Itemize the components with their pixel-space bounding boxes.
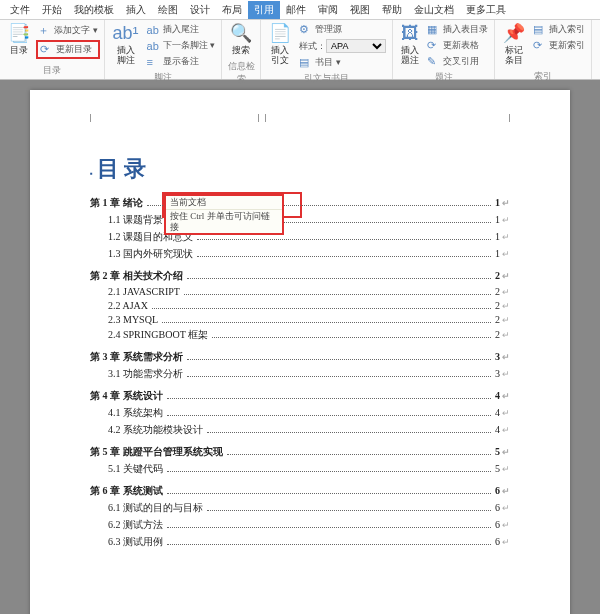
ribbon-group-6: 📋标记引文▦插入引文目录 (592, 20, 600, 79)
manage-sources-button[interactable]: ⚙管理源 (297, 22, 388, 37)
toc-entry-text: 2.4 SPRINGBOOT 框架 (108, 328, 208, 342)
tooltip-line-2: 按住 Ctrl 并单击可访问链接 (166, 210, 282, 234)
ribbon-big-6[interactable]: 📋标记引文 (596, 22, 600, 68)
toc-leader (152, 308, 491, 309)
toc-entry[interactable]: 第 2 章 相关技术介绍2↵ (90, 269, 510, 283)
toc-entry-text: 2.1 JAVASCRIPT (108, 286, 180, 297)
insert-index-button[interactable]: ▤插入索引 (531, 22, 587, 37)
menu-item-7[interactable]: 引用 (248, 1, 280, 19)
toc-entry[interactable]: 第 1 章 绪论1↵ (90, 196, 510, 210)
ribbon-group-label-6: 引文目录 (596, 68, 600, 83)
toc-entry[interactable]: 1.2 课题目的和意义1↵ (90, 230, 510, 244)
menu-item-9[interactable]: 审阅 (312, 1, 344, 19)
ribbon-big-icon-0: 📑 (8, 24, 30, 44)
paragraph-mark-icon: ↵ (502, 352, 510, 362)
paragraph-mark-icon: ↵ (502, 315, 510, 325)
toc-entry-page: 4 (495, 424, 500, 435)
toc-leader (167, 398, 492, 399)
ribbon-big-0[interactable]: 📑目录 (4, 22, 34, 62)
toc-entry-page: 1 (495, 248, 500, 259)
toc-entry[interactable]: 2.3 MYSQL2↵ (90, 314, 510, 325)
menu-item-6[interactable]: 布局 (216, 1, 248, 19)
paragraph-mark-icon: ↵ (502, 369, 510, 379)
toc-entry[interactable]: 2.4 SPRINGBOOT 框架2↵ (90, 328, 510, 342)
tooltip-line-1: 当前文档 (166, 196, 282, 210)
paragraph-mark-icon: ↵ (502, 232, 510, 242)
paragraph-mark-icon: ↵ (502, 503, 510, 513)
menu-item-2[interactable]: 我的模板 (68, 1, 120, 19)
menu-item-5[interactable]: 设计 (184, 1, 216, 19)
toc-leader (197, 239, 491, 240)
menu-item-1[interactable]: 开始 (36, 1, 68, 19)
cross-reference-button[interactable]: ✎交叉引用 (425, 54, 490, 69)
paragraph-mark-icon: ↵ (502, 301, 510, 311)
paragraph-mark-icon: ↵ (502, 330, 510, 340)
link-tooltip: 当前文档 按住 Ctrl 并单击可访问链接 (164, 194, 284, 235)
toc-entry-text: 6.3 测试用例 (108, 535, 163, 549)
bibliography-button[interactable]: ▤书目 ▾ (297, 55, 388, 70)
ribbon-group-5: 📌标记条目▤插入索引⟳更新索引索引 (495, 20, 592, 79)
toc-leader (187, 278, 492, 279)
show-notes-button[interactable]: ≡显示备注 (145, 54, 218, 69)
toc-entry[interactable]: 第 6 章 系统测试6↵ (90, 484, 510, 498)
toc-entry[interactable]: 第 5 章 跳蹬平台管理系统实现5↵ (90, 445, 510, 459)
toc-entry[interactable]: 第 3 章 系统需求分析3↵ (90, 350, 510, 364)
toc-entry-text: 2.3 MYSQL (108, 314, 158, 325)
toc-entry-page: 1 (495, 197, 500, 208)
toc-entry-text: 4.1 系统架构 (108, 406, 163, 420)
ribbon-group-0: 📑目录＋添加文字 ▾⟳更新目录目录 (0, 20, 105, 79)
update-table-button[interactable]: ⟳更新表格 (425, 38, 490, 53)
paragraph-mark-icon: ↵ (502, 447, 510, 457)
toc-entry[interactable]: 2.2 AJAX2↵ (90, 300, 510, 311)
ribbon-big-label-4: 插入题注 (401, 46, 419, 66)
add-text-button[interactable]: ＋添加文字 ▾ (36, 22, 100, 39)
next-footnote-button[interactable]: ab下一条脚注 ▾ (145, 38, 218, 53)
update-toc-button-icon: ⟳ (40, 43, 54, 56)
citation-style-select[interactable]: APA (326, 39, 386, 53)
document-canvas: ▪目 录 当前文档 按住 Ctrl 并单击可访问链接 第 1 章 绪论1↵1.1… (0, 80, 600, 614)
toc-entry[interactable]: 6.1 测试的目的与目标6↵ (90, 501, 510, 515)
menu-item-11[interactable]: 帮助 (376, 1, 408, 19)
ribbon-big-3[interactable]: 📄插入引文 (265, 22, 295, 70)
toc-leader (184, 294, 491, 295)
toc-entry[interactable]: 1.1 课题背景1↵ (90, 213, 510, 227)
ribbon-big-icon-4: 🖼 (401, 24, 419, 44)
toc-entry[interactable]: 第 4 章 系统设计4↵ (90, 389, 510, 403)
toc-entry-page: 6 (495, 502, 500, 513)
update-index-button-icon: ⟳ (533, 39, 547, 52)
toc-leader (167, 493, 492, 494)
menu-item-3[interactable]: 插入 (120, 1, 152, 19)
update-toc-button[interactable]: ⟳更新目录 (36, 40, 100, 59)
menu-item-0[interactable]: 文件 (4, 1, 36, 19)
toc-entry-text: 第 5 章 跳蹬平台管理系统实现 (90, 445, 223, 459)
toc-body: 当前文档 按住 Ctrl 并单击可访问链接 第 1 章 绪论1↵1.1 课题背景… (90, 196, 510, 549)
toc-entry[interactable]: 4.1 系统架构4↵ (90, 406, 510, 420)
insert-endnote-button[interactable]: ab插入尾注 (145, 22, 218, 37)
toc-entry[interactable]: 6.2 测试方法6↵ (90, 518, 510, 532)
toc-entry-page: 4 (495, 390, 500, 401)
toc-entry-text: 2.2 AJAX (108, 300, 148, 311)
ruler-marks (90, 114, 510, 122)
citation-style-row: 样式：APA (297, 38, 388, 54)
toc-entry-page: 3 (495, 368, 500, 379)
toc-entry-page: 6 (495, 519, 500, 530)
menu-item-4[interactable]: 绘图 (152, 1, 184, 19)
toc-entry[interactable]: 6.3 测试用例6↵ (90, 535, 510, 549)
toc-entry[interactable]: 5.1 关键代码5↵ (90, 462, 510, 476)
ribbon-group-4: 🖼插入题注▦插入表目录⟳更新表格✎交叉引用题注 (393, 20, 495, 79)
menu-item-13[interactable]: 更多工具 (460, 1, 512, 19)
ribbon-big-2[interactable]: 🔍搜索 (226, 22, 256, 58)
toc-entry[interactable]: 2.1 JAVASCRIPT2↵ (90, 286, 510, 297)
menu-item-8[interactable]: 邮件 (280, 1, 312, 19)
toc-entry[interactable]: 4.2 系统功能模块设计4↵ (90, 423, 510, 437)
insert-table-figures-button[interactable]: ▦插入表目录 (425, 22, 490, 37)
update-index-button[interactable]: ⟳更新索引 (531, 38, 587, 53)
ribbon-big-1[interactable]: ab¹插入脚注 (109, 22, 143, 69)
menu-item-10[interactable]: 视图 (344, 1, 376, 19)
add-text-button-icon: ＋ (38, 23, 52, 38)
ribbon-big-4[interactable]: 🖼插入题注 (397, 22, 423, 69)
ribbon-big-5[interactable]: 📌标记条目 (499, 22, 529, 68)
toc-entry[interactable]: 1.3 国内外研究现状1↵ (90, 247, 510, 261)
toc-entry[interactable]: 3.1 功能需求分析3↵ (90, 367, 510, 381)
menu-item-12[interactable]: 金山文档 (408, 1, 460, 19)
